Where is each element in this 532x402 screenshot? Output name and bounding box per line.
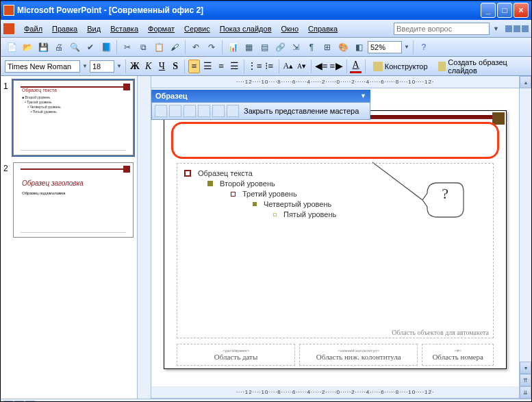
- delete-master-icon[interactable]: [183, 105, 196, 117]
- thumbnail-1[interactable]: 1 Образец текста ■ Второй уровень • Трет…: [3, 80, 134, 155]
- text-lvl4[interactable]: Четвертый уровень: [264, 200, 331, 208]
- bullet-lvl5-icon: [273, 213, 277, 216]
- decrease-indent-button[interactable]: ◀≡: [315, 60, 328, 73]
- thumbnail-2[interactable]: 2 Образец заголовка Образец подзаголовка: [3, 162, 134, 238]
- text-lvl5[interactable]: Пятый уровень: [283, 210, 336, 218]
- master-layout-icon[interactable]: [227, 105, 239, 117]
- menu-view[interactable]: Вид: [83, 23, 105, 35]
- help-dropdown-icon[interactable]: ▼: [493, 25, 499, 32]
- thumb-body: ■ Второй уровень • Третий уровень • Четв…: [22, 95, 125, 114]
- highlighted-title-placeholder[interactable]: [171, 122, 499, 159]
- powerpoint-icon[interactable]: [3, 23, 14, 34]
- table-icon[interactable]: ▦: [242, 40, 255, 54]
- new-icon[interactable]: 📄: [5, 40, 18, 54]
- text-lvl1[interactable]: Образец текста: [198, 169, 253, 177]
- bullet-lvl3-icon: [231, 192, 236, 197]
- master-toolbar-window[interactable]: Образец ▼ Закрыть представление мастера: [151, 90, 370, 120]
- prev-slide-icon[interactable]: ⇈: [520, 374, 531, 386]
- scroll-down-icon[interactable]: ▾: [520, 362, 531, 374]
- format-painter-icon[interactable]: 🖌: [168, 40, 181, 54]
- open-icon[interactable]: 📂: [21, 40, 34, 54]
- maximize-button[interactable]: □: [497, 3, 512, 18]
- thumb-title: Образец заголовка: [22, 179, 125, 187]
- scroll-up-icon[interactable]: ▴: [520, 76, 531, 88]
- text-lvl3[interactable]: Третий уровень: [242, 190, 297, 198]
- expand-icon[interactable]: ⇲: [289, 40, 303, 54]
- preview-icon[interactable]: 🔍: [68, 40, 81, 54]
- text-lvl2[interactable]: Второй уровень: [220, 179, 275, 188]
- body-placeholder[interactable]: Образец текста Второй уровень Третий уро…: [177, 163, 494, 338]
- copy-icon[interactable]: ⧉: [136, 40, 150, 54]
- insert-title-master-icon[interactable]: [169, 105, 181, 117]
- bullet-lvl2-icon: [207, 181, 213, 186]
- tables-icon[interactable]: ▤: [257, 40, 271, 54]
- chart-icon[interactable]: 📊: [226, 40, 240, 54]
- font-size-select[interactable]: [90, 60, 114, 73]
- numbering-button[interactable]: ⋮≡: [248, 60, 262, 73]
- increase-font-button[interactable]: A▴: [283, 60, 294, 73]
- menu-help[interactable]: Справка: [304, 23, 342, 35]
- date-placeholder[interactable]: <дата/время> Область даты: [177, 344, 295, 366]
- decrease-font-button[interactable]: A▾: [296, 60, 307, 73]
- menu-file[interactable]: Файл: [20, 23, 47, 35]
- menu-window[interactable]: Окно: [277, 23, 303, 35]
- minimize-button[interactable]: _: [481, 3, 496, 18]
- grid-icon[interactable]: ⊞: [320, 40, 334, 54]
- menu-tools[interactable]: Сервис: [180, 23, 214, 35]
- number-placeholder[interactable]: <#> Область номера: [422, 344, 494, 366]
- paste-icon[interactable]: 📋: [152, 40, 166, 54]
- hyperlink-icon[interactable]: 🔗: [273, 40, 287, 54]
- help-search-input[interactable]: [394, 23, 490, 35]
- bold-button[interactable]: Ж: [129, 60, 141, 73]
- window-titlebar: Microsoft PowerPoint - [Современный офис…: [1, 1, 531, 20]
- redo-icon[interactable]: ↷: [205, 40, 218, 54]
- zoom-input[interactable]: [368, 41, 402, 53]
- save-icon[interactable]: 💾: [36, 40, 50, 54]
- doc-window-controls[interactable]: [505, 25, 529, 32]
- bullet-lvl4-icon: [253, 202, 257, 206]
- zoom-dropdown-icon[interactable]: ▼: [404, 44, 409, 50]
- spell-icon[interactable]: ✔: [84, 40, 97, 54]
- grayscale-icon[interactable]: ◧: [352, 40, 366, 54]
- app-icon: [3, 5, 14, 16]
- dropdown-icon[interactable]: ▼: [360, 92, 366, 99]
- vertical-scrollbar[interactable]: ▴ ▾ ⇈ ⇊: [519, 76, 531, 399]
- slide-edit-area: ····12····10····8·····6·····4·····2·····…: [151, 76, 519, 399]
- color-icon[interactable]: 🎨: [336, 40, 350, 54]
- footer-placeholder[interactable]: <нижний колонтитул> Область ниж. колонти…: [299, 344, 418, 366]
- align-right-button[interactable]: ≡: [216, 60, 227, 73]
- new-master-button[interactable]: Создать образец слайдов: [434, 57, 527, 76]
- menu-edit[interactable]: Правка: [48, 23, 81, 35]
- font-dropdown-icon[interactable]: ▼: [82, 63, 88, 69]
- align-center-button[interactable]: ☰: [202, 60, 214, 73]
- preserve-master-icon[interactable]: [198, 105, 210, 117]
- print-icon[interactable]: 🖨: [52, 40, 66, 54]
- bullets-button[interactable]: ⁝≡: [264, 60, 275, 73]
- insert-slide-master-icon[interactable]: [155, 105, 167, 117]
- align-left-button[interactable]: ≡: [188, 60, 200, 73]
- help-icon[interactable]: ?: [417, 40, 431, 54]
- align-justify-button[interactable]: ☰: [229, 60, 241, 73]
- menu-slideshow[interactable]: Показ слайдов: [216, 23, 276, 35]
- slide-canvas[interactable]: ? Образец текста Второй уровень Третий у…: [164, 110, 507, 369]
- close-button[interactable]: ×: [514, 3, 529, 18]
- research-icon[interactable]: 📘: [99, 40, 113, 54]
- italic-button[interactable]: К: [142, 60, 154, 73]
- cut-icon[interactable]: ✂: [121, 40, 134, 54]
- close-master-view-button[interactable]: Закрыть представление мастера: [241, 105, 362, 116]
- designer-button[interactable]: Конструктор: [369, 60, 432, 73]
- master-toolbar-title[interactable]: Образец ▼: [151, 90, 370, 102]
- standard-toolbar: 📄 📂 💾 🖨 🔍 ✔ 📘 ✂ ⧉ 📋 🖌 ↶ ↷ 📊 ▦ ▤ 🔗 ⇲ ¶ ⊞ …: [1, 38, 531, 57]
- size-dropdown-icon[interactable]: ▼: [116, 63, 122, 69]
- font-color-button[interactable]: A: [350, 60, 362, 73]
- underline-button[interactable]: Ч: [156, 60, 168, 73]
- next-slide-icon[interactable]: ⇊: [520, 386, 531, 399]
- show-format-icon[interactable]: ¶: [305, 40, 318, 54]
- menu-format[interactable]: Формат: [144, 23, 179, 35]
- increase-indent-button[interactable]: ≡▶: [330, 60, 343, 73]
- menu-insert[interactable]: Вставка: [106, 23, 142, 35]
- undo-icon[interactable]: ↶: [189, 40, 203, 54]
- shadow-button[interactable]: S: [170, 60, 181, 73]
- font-select[interactable]: [5, 60, 80, 73]
- rename-master-icon[interactable]: [212, 105, 225, 117]
